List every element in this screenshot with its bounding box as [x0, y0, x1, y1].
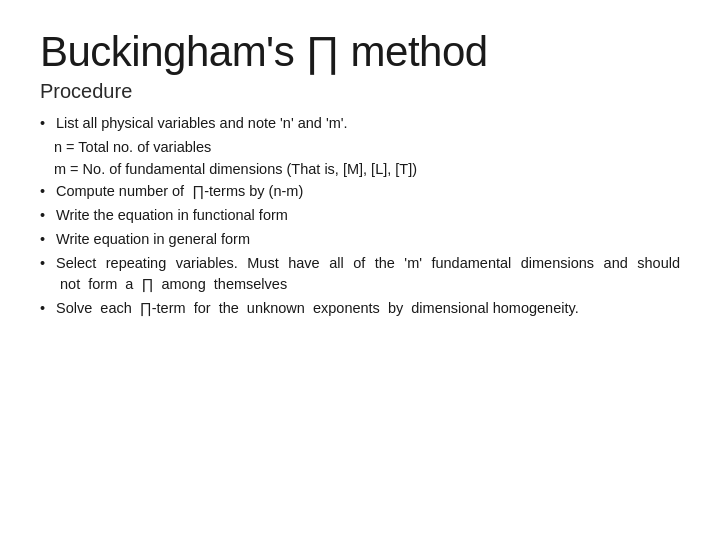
bullet-dot: •	[40, 181, 54, 202]
bullet-list: • List all physical variables and note '…	[40, 113, 680, 322]
bullet-dot: •	[40, 229, 54, 250]
title-text-rest: method	[339, 28, 487, 75]
bullet-dot: •	[40, 113, 54, 134]
list-item: • Compute number of ∏-terms by (n-m)	[40, 181, 680, 202]
bullet-dot: •	[40, 205, 54, 226]
list-item: • Solve each ∏-term for the unknown expo…	[40, 298, 680, 319]
bullet-dot: •	[40, 253, 54, 274]
bullet-dot: •	[40, 298, 54, 319]
page-title: Buckingham's ∏ method	[40, 28, 680, 76]
bullet-content: Select repeating variables. Must have al…	[56, 253, 680, 295]
title-pi: ∏	[305, 28, 339, 75]
indent-line: n = Total no. of variables	[54, 137, 680, 158]
subtitle: Procedure	[40, 80, 680, 103]
indent-line: m = No. of fundamental dimensions (That …	[54, 159, 680, 180]
bullet-content: Solve each ∏-term for the unknown expone…	[56, 298, 680, 319]
list-item: • Select repeating variables. Must have …	[40, 253, 680, 295]
bullet-content: Write equation in general form	[56, 229, 680, 250]
bullet-content: Write the equation in functional form	[56, 205, 680, 226]
bullet-content: Compute number of ∏-terms by (n-m)	[56, 181, 680, 202]
list-item: • List all physical variables and note '…	[40, 113, 680, 134]
list-item: • Write the equation in functional form	[40, 205, 680, 226]
bullet-content: List all physical variables and note 'n'…	[56, 113, 680, 134]
list-item: • Write equation in general form	[40, 229, 680, 250]
title-text-main: Buckingham's	[40, 28, 305, 75]
page: Buckingham's ∏ method Procedure • List a…	[0, 0, 720, 540]
